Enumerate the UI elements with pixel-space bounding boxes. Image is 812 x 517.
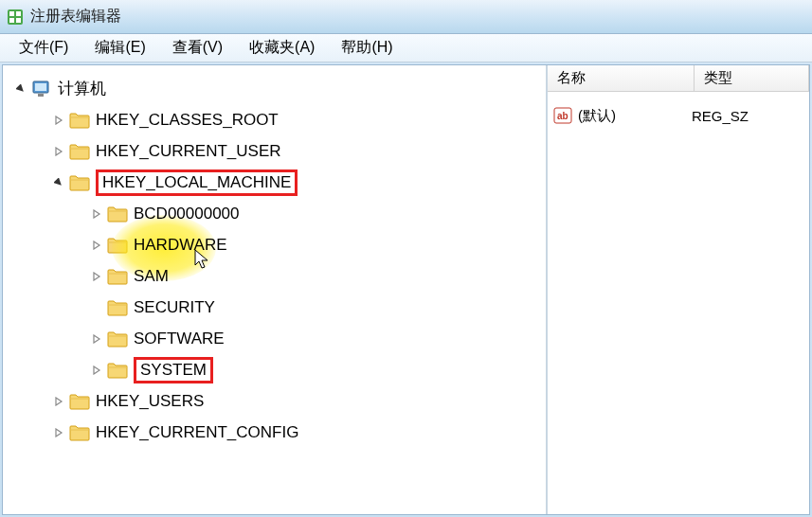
expander-icon[interactable] xyxy=(14,82,27,96)
folder-icon xyxy=(69,424,90,441)
tree-node-label: HKEY_CURRENT_USER xyxy=(96,142,281,161)
tree-node-hkey-users[interactable]: HKEY_USERS xyxy=(3,385,546,417)
folder-icon xyxy=(107,330,128,348)
tree-node-label: SAM xyxy=(134,267,169,286)
folder-icon xyxy=(69,112,90,129)
tree-node-label: SYSTEM xyxy=(134,357,213,383)
content-area: 计算机 HKEY_CLASSES_ROOTHKEY_CURRENT_USERHK… xyxy=(2,64,810,515)
window-title: 注册表编辑器 xyxy=(30,7,121,27)
svg-rect-4 xyxy=(16,18,21,23)
tree-node-hkey-current-config[interactable]: HKEY_CURRENT_CONFIG xyxy=(3,417,546,448)
tree-node-system[interactable]: SYSTEM xyxy=(3,354,546,385)
computer-icon xyxy=(31,80,52,98)
tree-node-label: SECURITY xyxy=(134,298,215,317)
tree-node-label: BCD00000000 xyxy=(134,205,240,223)
list-header: 名称 类型 xyxy=(548,65,809,92)
menu-edit[interactable]: 编辑(E) xyxy=(81,34,158,62)
registry-editor-window: 注册表编辑器 文件(F) 编辑(E) 查看(V) 收藏夹(A) 帮助(H) xyxy=(0,0,812,517)
tree-node-label: HKEY_LOCAL_MACHINE xyxy=(96,169,298,196)
list-row[interactable]: ab (默认) REG_SZ xyxy=(548,101,809,130)
tree-node-label: HKEY_CURRENT_CONFIG xyxy=(96,423,298,442)
menubar: 文件(F) 编辑(E) 查看(V) 收藏夹(A) 帮助(H) xyxy=(0,34,812,62)
tree-node-label: 计算机 xyxy=(58,78,106,99)
list-body: ab (默认) REG_SZ xyxy=(548,92,809,139)
folder-icon xyxy=(107,205,128,223)
menu-view[interactable]: 查看(V) xyxy=(159,34,236,62)
svg-text:ab: ab xyxy=(557,111,568,121)
svg-rect-6 xyxy=(35,83,46,91)
expander-icon[interactable] xyxy=(52,176,65,189)
tree-node-label: SOFTWARE xyxy=(134,330,225,348)
string-value-icon: ab xyxy=(553,106,572,125)
folder-icon xyxy=(107,299,128,316)
tree-node-sam[interactable]: SAM xyxy=(3,260,546,292)
tree-node-hkey-current-user[interactable]: HKEY_CURRENT_USER xyxy=(3,135,546,167)
expander-icon[interactable] xyxy=(52,114,65,127)
expander-icon[interactable] xyxy=(90,301,103,314)
tree-node-label: HKEY_USERS xyxy=(96,392,204,411)
tree-node-label: HARDWARE xyxy=(134,236,227,255)
tree-panel[interactable]: 计算机 HKEY_CLASSES_ROOTHKEY_CURRENT_USERHK… xyxy=(3,65,548,514)
expander-icon[interactable] xyxy=(52,395,65,408)
menu-file[interactable]: 文件(F) xyxy=(6,34,81,62)
tree-node-software[interactable]: SOFTWARE xyxy=(3,323,546,354)
menu-favorites[interactable]: 收藏夹(A) xyxy=(236,34,328,62)
expander-icon[interactable] xyxy=(90,364,103,377)
folder-icon xyxy=(107,268,128,285)
tree-node-hkey-local-machine[interactable]: HKEY_LOCAL_MACHINE xyxy=(3,167,546,198)
value-list-panel[interactable]: 名称 类型 ab (默认) REG_SZ xyxy=(548,65,809,514)
value-type: REG_SZ xyxy=(692,108,749,124)
svg-rect-1 xyxy=(9,11,14,16)
expander-icon[interactable] xyxy=(90,239,103,252)
folder-icon xyxy=(107,362,128,379)
titlebar: 注册表编辑器 xyxy=(0,0,812,34)
svg-rect-2 xyxy=(16,11,21,16)
list-header-type[interactable]: 类型 xyxy=(695,65,809,91)
list-header-name[interactable]: 名称 xyxy=(548,65,695,91)
expander-icon[interactable] xyxy=(90,207,103,221)
folder-icon xyxy=(107,237,128,254)
svg-rect-3 xyxy=(9,18,14,23)
menu-help[interactable]: 帮助(H) xyxy=(328,34,406,62)
expander-icon[interactable] xyxy=(90,332,103,346)
tree-node-security[interactable]: SECURITY xyxy=(3,292,546,323)
expander-icon[interactable] xyxy=(90,270,103,283)
expander-icon[interactable] xyxy=(52,145,65,158)
tree-node-hardware[interactable]: HARDWARE xyxy=(3,229,546,260)
value-name: (默认) xyxy=(578,107,692,125)
tree-node-label: HKEY_CLASSES_ROOT xyxy=(96,111,279,130)
app-icon xyxy=(6,8,25,27)
tree-root-computer[interactable]: 计算机 xyxy=(3,73,546,104)
svg-rect-7 xyxy=(38,94,44,97)
tree-node-hkey-classes-root[interactable]: HKEY_CLASSES_ROOT xyxy=(3,104,546,135)
expander-icon[interactable] xyxy=(52,426,65,439)
folder-icon xyxy=(69,393,90,410)
folder-icon xyxy=(69,143,90,160)
folder-icon xyxy=(69,174,90,191)
tree-node-bcd00000000[interactable]: BCD00000000 xyxy=(3,198,546,229)
